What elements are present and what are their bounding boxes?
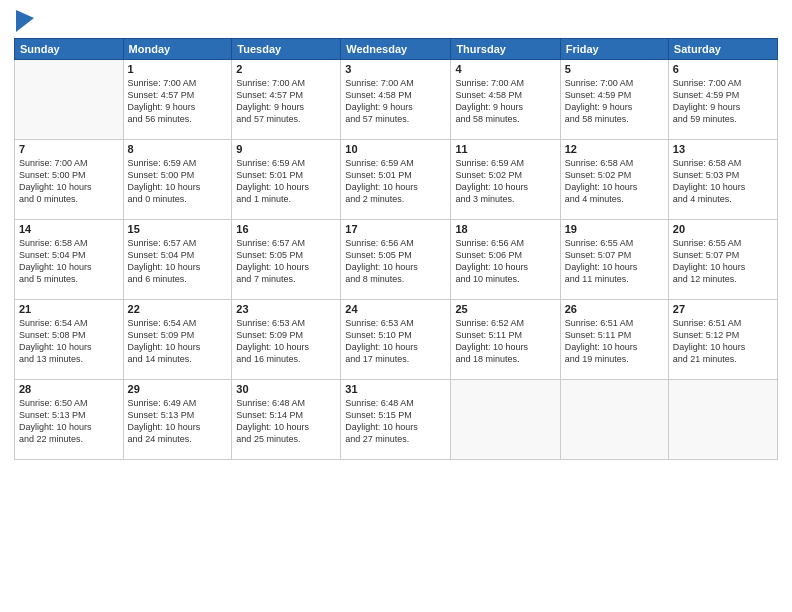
day-info: Sunrise: 6:50 AM Sunset: 5:13 PM Dayligh… (19, 397, 119, 446)
day-info: Sunrise: 6:51 AM Sunset: 5:12 PM Dayligh… (673, 317, 773, 366)
calendar-cell: 13Sunrise: 6:58 AM Sunset: 5:03 PM Dayli… (668, 140, 777, 220)
day-info: Sunrise: 6:55 AM Sunset: 5:07 PM Dayligh… (673, 237, 773, 286)
calendar-cell: 28Sunrise: 6:50 AM Sunset: 5:13 PM Dayli… (15, 380, 124, 460)
calendar-cell: 8Sunrise: 6:59 AM Sunset: 5:00 PM Daylig… (123, 140, 232, 220)
day-number: 29 (128, 383, 228, 395)
page: SundayMondayTuesdayWednesdayThursdayFrid… (0, 0, 792, 612)
day-info: Sunrise: 6:57 AM Sunset: 5:04 PM Dayligh… (128, 237, 228, 286)
day-number: 3 (345, 63, 446, 75)
calendar-cell: 25Sunrise: 6:52 AM Sunset: 5:11 PM Dayli… (451, 300, 560, 380)
day-number: 24 (345, 303, 446, 315)
day-info: Sunrise: 6:53 AM Sunset: 5:10 PM Dayligh… (345, 317, 446, 366)
day-number: 10 (345, 143, 446, 155)
day-number: 17 (345, 223, 446, 235)
calendar-header-thursday: Thursday (451, 39, 560, 60)
day-number: 18 (455, 223, 555, 235)
day-info: Sunrise: 7:00 AM Sunset: 4:59 PM Dayligh… (673, 77, 773, 126)
day-number: 12 (565, 143, 664, 155)
calendar-cell: 7Sunrise: 7:00 AM Sunset: 5:00 PM Daylig… (15, 140, 124, 220)
calendar-cell: 29Sunrise: 6:49 AM Sunset: 5:13 PM Dayli… (123, 380, 232, 460)
calendar-cell: 20Sunrise: 6:55 AM Sunset: 5:07 PM Dayli… (668, 220, 777, 300)
calendar-cell (668, 380, 777, 460)
calendar-header-wednesday: Wednesday (341, 39, 451, 60)
calendar-cell: 23Sunrise: 6:53 AM Sunset: 5:09 PM Dayli… (232, 300, 341, 380)
day-number: 28 (19, 383, 119, 395)
calendar-cell: 3Sunrise: 7:00 AM Sunset: 4:58 PM Daylig… (341, 60, 451, 140)
calendar-header-saturday: Saturday (668, 39, 777, 60)
day-info: Sunrise: 6:53 AM Sunset: 5:09 PM Dayligh… (236, 317, 336, 366)
day-info: Sunrise: 6:54 AM Sunset: 5:08 PM Dayligh… (19, 317, 119, 366)
calendar-cell: 21Sunrise: 6:54 AM Sunset: 5:08 PM Dayli… (15, 300, 124, 380)
calendar-cell: 31Sunrise: 6:48 AM Sunset: 5:15 PM Dayli… (341, 380, 451, 460)
calendar-week-row: 14Sunrise: 6:58 AM Sunset: 5:04 PM Dayli… (15, 220, 778, 300)
day-info: Sunrise: 6:54 AM Sunset: 5:09 PM Dayligh… (128, 317, 228, 366)
calendar-cell: 18Sunrise: 6:56 AM Sunset: 5:06 PM Dayli… (451, 220, 560, 300)
day-info: Sunrise: 6:57 AM Sunset: 5:05 PM Dayligh… (236, 237, 336, 286)
calendar-cell: 22Sunrise: 6:54 AM Sunset: 5:09 PM Dayli… (123, 300, 232, 380)
day-info: Sunrise: 6:58 AM Sunset: 5:04 PM Dayligh… (19, 237, 119, 286)
calendar-cell (560, 380, 668, 460)
calendar-cell: 11Sunrise: 6:59 AM Sunset: 5:02 PM Dayli… (451, 140, 560, 220)
day-number: 26 (565, 303, 664, 315)
calendar-cell: 15Sunrise: 6:57 AM Sunset: 5:04 PM Dayli… (123, 220, 232, 300)
calendar-cell: 4Sunrise: 7:00 AM Sunset: 4:58 PM Daylig… (451, 60, 560, 140)
day-number: 6 (673, 63, 773, 75)
svg-marker-0 (16, 10, 34, 32)
day-info: Sunrise: 6:59 AM Sunset: 5:01 PM Dayligh… (345, 157, 446, 206)
day-number: 2 (236, 63, 336, 75)
logo (14, 10, 34, 32)
calendar-cell: 16Sunrise: 6:57 AM Sunset: 5:05 PM Dayli… (232, 220, 341, 300)
calendar-cell: 2Sunrise: 7:00 AM Sunset: 4:57 PM Daylig… (232, 60, 341, 140)
calendar-cell: 17Sunrise: 6:56 AM Sunset: 5:05 PM Dayli… (341, 220, 451, 300)
day-info: Sunrise: 6:51 AM Sunset: 5:11 PM Dayligh… (565, 317, 664, 366)
day-info: Sunrise: 7:00 AM Sunset: 4:57 PM Dayligh… (236, 77, 336, 126)
day-number: 14 (19, 223, 119, 235)
calendar-cell: 27Sunrise: 6:51 AM Sunset: 5:12 PM Dayli… (668, 300, 777, 380)
header (14, 10, 778, 32)
day-info: Sunrise: 6:55 AM Sunset: 5:07 PM Dayligh… (565, 237, 664, 286)
day-number: 11 (455, 143, 555, 155)
calendar-header-friday: Friday (560, 39, 668, 60)
day-info: Sunrise: 6:52 AM Sunset: 5:11 PM Dayligh… (455, 317, 555, 366)
day-number: 20 (673, 223, 773, 235)
day-number: 1 (128, 63, 228, 75)
calendar-cell: 6Sunrise: 7:00 AM Sunset: 4:59 PM Daylig… (668, 60, 777, 140)
calendar-cell: 1Sunrise: 7:00 AM Sunset: 4:57 PM Daylig… (123, 60, 232, 140)
calendar-cell: 19Sunrise: 6:55 AM Sunset: 5:07 PM Dayli… (560, 220, 668, 300)
day-number: 23 (236, 303, 336, 315)
day-number: 27 (673, 303, 773, 315)
day-info: Sunrise: 6:56 AM Sunset: 5:06 PM Dayligh… (455, 237, 555, 286)
calendar-week-row: 1Sunrise: 7:00 AM Sunset: 4:57 PM Daylig… (15, 60, 778, 140)
day-info: Sunrise: 6:59 AM Sunset: 5:01 PM Dayligh… (236, 157, 336, 206)
day-info: Sunrise: 7:00 AM Sunset: 4:58 PM Dayligh… (455, 77, 555, 126)
day-number: 9 (236, 143, 336, 155)
day-info: Sunrise: 6:48 AM Sunset: 5:15 PM Dayligh… (345, 397, 446, 446)
day-number: 13 (673, 143, 773, 155)
calendar-cell (451, 380, 560, 460)
day-info: Sunrise: 7:00 AM Sunset: 4:58 PM Dayligh… (345, 77, 446, 126)
calendar-table: SundayMondayTuesdayWednesdayThursdayFrid… (14, 38, 778, 460)
day-info: Sunrise: 6:56 AM Sunset: 5:05 PM Dayligh… (345, 237, 446, 286)
calendar-cell: 30Sunrise: 6:48 AM Sunset: 5:14 PM Dayli… (232, 380, 341, 460)
calendar-cell: 10Sunrise: 6:59 AM Sunset: 5:01 PM Dayli… (341, 140, 451, 220)
calendar-header-monday: Monday (123, 39, 232, 60)
calendar-cell: 14Sunrise: 6:58 AM Sunset: 5:04 PM Dayli… (15, 220, 124, 300)
day-info: Sunrise: 6:59 AM Sunset: 5:00 PM Dayligh… (128, 157, 228, 206)
day-number: 7 (19, 143, 119, 155)
calendar-header-sunday: Sunday (15, 39, 124, 60)
day-number: 16 (236, 223, 336, 235)
day-number: 8 (128, 143, 228, 155)
calendar-cell (15, 60, 124, 140)
day-info: Sunrise: 7:00 AM Sunset: 4:59 PM Dayligh… (565, 77, 664, 126)
day-info: Sunrise: 7:00 AM Sunset: 5:00 PM Dayligh… (19, 157, 119, 206)
calendar-week-row: 28Sunrise: 6:50 AM Sunset: 5:13 PM Dayli… (15, 380, 778, 460)
calendar-cell: 24Sunrise: 6:53 AM Sunset: 5:10 PM Dayli… (341, 300, 451, 380)
day-info: Sunrise: 6:59 AM Sunset: 5:02 PM Dayligh… (455, 157, 555, 206)
day-number: 25 (455, 303, 555, 315)
day-info: Sunrise: 6:58 AM Sunset: 5:03 PM Dayligh… (673, 157, 773, 206)
calendar-cell: 9Sunrise: 6:59 AM Sunset: 5:01 PM Daylig… (232, 140, 341, 220)
calendar-header-tuesday: Tuesday (232, 39, 341, 60)
calendar-cell: 5Sunrise: 7:00 AM Sunset: 4:59 PM Daylig… (560, 60, 668, 140)
calendar-week-row: 21Sunrise: 6:54 AM Sunset: 5:08 PM Dayli… (15, 300, 778, 380)
day-number: 30 (236, 383, 336, 395)
